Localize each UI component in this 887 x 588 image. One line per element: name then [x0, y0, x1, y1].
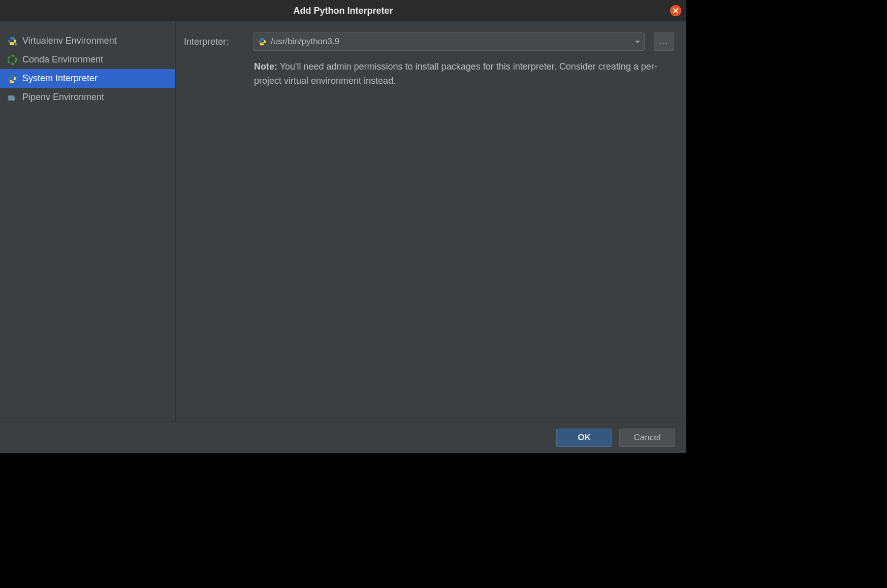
sidebar: v Virtualenv Environment Conda Environme…: [0, 21, 176, 421]
sidebar-item-virtualenv[interactable]: v Virtualenv Environment: [0, 31, 175, 50]
interpreter-combobox[interactable]: /usr/bin/python3.9: [253, 32, 645, 51]
titlebar: Add Python Interpreter: [0, 0, 686, 21]
sidebar-item-label: Virtualenv Environment: [22, 36, 117, 46]
sidebar-item-pipenv[interactable]: Pipenv Environment: [0, 88, 175, 107]
chevron-down-icon: [635, 41, 640, 43]
sidebar-item-conda[interactable]: Conda Environment: [0, 50, 175, 69]
python-icon: [7, 74, 17, 84]
note-body: You'll need admin permissions to install…: [254, 61, 657, 86]
python-icon: [258, 37, 267, 46]
main-panel: Interpreter: /usr/bin/python3.9 ...: [176, 21, 686, 421]
ok-button-label: OK: [578, 433, 591, 443]
note-prefix: Note:: [254, 61, 277, 72]
interpreter-label: Interpreter:: [184, 37, 244, 47]
python-v-icon: v: [7, 36, 17, 46]
interpreter-row: Interpreter: /usr/bin/python3.9 ...: [184, 32, 674, 51]
svg-text:v: v: [15, 42, 17, 46]
dialog-footer: OK Cancel: [0, 421, 686, 453]
cancel-button-label: Cancel: [634, 433, 661, 443]
svg-point-1: [8, 56, 16, 64]
interpreter-value: /usr/bin/python3.9: [271, 37, 339, 47]
sidebar-item-label: System Interpreter: [22, 73, 98, 84]
browse-button[interactable]: ...: [654, 32, 674, 51]
dialog-title: Add Python Interpreter: [293, 6, 393, 16]
note-text: Note: You'll need admin permissions to i…: [254, 60, 674, 88]
sidebar-item-system[interactable]: System Interpreter: [0, 69, 175, 88]
close-button[interactable]: [670, 5, 681, 16]
dialog-body: v Virtualenv Environment Conda Environme…: [0, 21, 686, 421]
dialog-window: Add Python Interpreter v Virtualenv Envi…: [0, 0, 686, 453]
close-icon: [673, 6, 679, 16]
conda-icon: [7, 55, 17, 65]
sidebar-item-label: Pipenv Environment: [22, 92, 104, 103]
cancel-button[interactable]: Cancel: [619, 429, 675, 447]
pipenv-icon: [7, 92, 17, 103]
ellipsis-icon: ...: [659, 37, 668, 47]
sidebar-item-label: Conda Environment: [22, 54, 103, 65]
ok-button[interactable]: OK: [556, 429, 612, 447]
